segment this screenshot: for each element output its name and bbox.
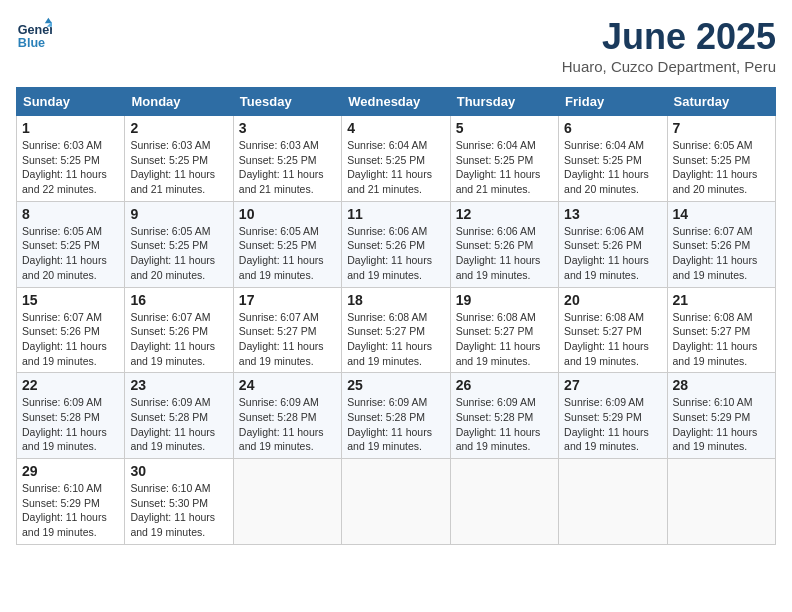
day-number: 24 [239, 377, 336, 393]
day-info: Sunrise: 6:04 AM Sunset: 5:25 PM Dayligh… [347, 138, 444, 197]
daylight-text: Daylight: 11 hours and 19 minutes. [456, 340, 541, 367]
daylight-text: Daylight: 11 hours and 22 minutes. [22, 168, 107, 195]
sunset-text: Sunset: 5:25 PM [564, 154, 642, 166]
header-wednesday: Wednesday [342, 88, 450, 116]
daylight-text: Daylight: 11 hours and 19 minutes. [347, 426, 432, 453]
day-number: 9 [130, 206, 227, 222]
sunset-text: Sunset: 5:27 PM [239, 325, 317, 337]
sunrise-text: Sunrise: 6:09 AM [22, 396, 102, 408]
calendar-cell: 16 Sunrise: 6:07 AM Sunset: 5:26 PM Dayl… [125, 287, 233, 373]
calendar-cell: 26 Sunrise: 6:09 AM Sunset: 5:28 PM Dayl… [450, 373, 558, 459]
calendar-cell: 23 Sunrise: 6:09 AM Sunset: 5:28 PM Dayl… [125, 373, 233, 459]
calendar-cell: 9 Sunrise: 6:05 AM Sunset: 5:25 PM Dayli… [125, 201, 233, 287]
day-number: 15 [22, 292, 119, 308]
day-info: Sunrise: 6:08 AM Sunset: 5:27 PM Dayligh… [564, 310, 661, 369]
weekday-header-row: Sunday Monday Tuesday Wednesday Thursday… [17, 88, 776, 116]
day-number: 1 [22, 120, 119, 136]
day-number: 20 [564, 292, 661, 308]
sunrise-text: Sunrise: 6:08 AM [564, 311, 644, 323]
sunset-text: Sunset: 5:26 PM [22, 325, 100, 337]
day-number: 30 [130, 463, 227, 479]
sunset-text: Sunset: 5:26 PM [564, 239, 642, 251]
day-number: 12 [456, 206, 553, 222]
day-info: Sunrise: 6:07 AM Sunset: 5:27 PM Dayligh… [239, 310, 336, 369]
day-number: 27 [564, 377, 661, 393]
location-subtitle: Huaro, Cuzco Department, Peru [562, 58, 776, 75]
calendar-cell [450, 459, 558, 545]
sunrise-text: Sunrise: 6:09 AM [456, 396, 536, 408]
sunset-text: Sunset: 5:29 PM [673, 411, 751, 423]
calendar-cell: 11 Sunrise: 6:06 AM Sunset: 5:26 PM Dayl… [342, 201, 450, 287]
calendar-cell: 19 Sunrise: 6:08 AM Sunset: 5:27 PM Dayl… [450, 287, 558, 373]
day-number: 3 [239, 120, 336, 136]
calendar-week-2: 8 Sunrise: 6:05 AM Sunset: 5:25 PM Dayli… [17, 201, 776, 287]
calendar-cell [233, 459, 341, 545]
sunset-text: Sunset: 5:27 PM [564, 325, 642, 337]
day-info: Sunrise: 6:03 AM Sunset: 5:25 PM Dayligh… [239, 138, 336, 197]
daylight-text: Daylight: 11 hours and 19 minutes. [564, 426, 649, 453]
day-info: Sunrise: 6:09 AM Sunset: 5:28 PM Dayligh… [456, 395, 553, 454]
day-number: 2 [130, 120, 227, 136]
day-info: Sunrise: 6:04 AM Sunset: 5:25 PM Dayligh… [564, 138, 661, 197]
sunrise-text: Sunrise: 6:09 AM [347, 396, 427, 408]
calendar-cell: 22 Sunrise: 6:09 AM Sunset: 5:28 PM Dayl… [17, 373, 125, 459]
sunrise-text: Sunrise: 6:06 AM [456, 225, 536, 237]
day-info: Sunrise: 6:05 AM Sunset: 5:25 PM Dayligh… [22, 224, 119, 283]
day-number: 4 [347, 120, 444, 136]
day-info: Sunrise: 6:08 AM Sunset: 5:27 PM Dayligh… [347, 310, 444, 369]
daylight-text: Daylight: 11 hours and 19 minutes. [347, 254, 432, 281]
daylight-text: Daylight: 11 hours and 21 minutes. [239, 168, 324, 195]
day-info: Sunrise: 6:03 AM Sunset: 5:25 PM Dayligh… [22, 138, 119, 197]
daylight-text: Daylight: 11 hours and 19 minutes. [130, 340, 215, 367]
day-info: Sunrise: 6:09 AM Sunset: 5:29 PM Dayligh… [564, 395, 661, 454]
day-number: 10 [239, 206, 336, 222]
day-number: 28 [673, 377, 770, 393]
day-info: Sunrise: 6:07 AM Sunset: 5:26 PM Dayligh… [22, 310, 119, 369]
calendar-table: Sunday Monday Tuesday Wednesday Thursday… [16, 87, 776, 545]
sunset-text: Sunset: 5:26 PM [673, 239, 751, 251]
daylight-text: Daylight: 11 hours and 19 minutes. [564, 340, 649, 367]
sunrise-text: Sunrise: 6:07 AM [239, 311, 319, 323]
daylight-text: Daylight: 11 hours and 21 minutes. [130, 168, 215, 195]
calendar-cell [342, 459, 450, 545]
day-number: 25 [347, 377, 444, 393]
day-number: 19 [456, 292, 553, 308]
sunrise-text: Sunrise: 6:05 AM [239, 225, 319, 237]
day-number: 26 [456, 377, 553, 393]
daylight-text: Daylight: 11 hours and 19 minutes. [22, 426, 107, 453]
calendar-cell: 6 Sunrise: 6:04 AM Sunset: 5:25 PM Dayli… [559, 116, 667, 202]
daylight-text: Daylight: 11 hours and 19 minutes. [673, 340, 758, 367]
day-number: 21 [673, 292, 770, 308]
day-info: Sunrise: 6:06 AM Sunset: 5:26 PM Dayligh… [456, 224, 553, 283]
sunrise-text: Sunrise: 6:05 AM [22, 225, 102, 237]
calendar-cell: 4 Sunrise: 6:04 AM Sunset: 5:25 PM Dayli… [342, 116, 450, 202]
logo-icon: General Blue [16, 16, 52, 52]
daylight-text: Daylight: 11 hours and 19 minutes. [239, 254, 324, 281]
sunrise-text: Sunrise: 6:04 AM [347, 139, 427, 151]
sunset-text: Sunset: 5:26 PM [347, 239, 425, 251]
day-info: Sunrise: 6:07 AM Sunset: 5:26 PM Dayligh… [130, 310, 227, 369]
sunset-text: Sunset: 5:25 PM [456, 154, 534, 166]
daylight-text: Daylight: 11 hours and 19 minutes. [564, 254, 649, 281]
day-info: Sunrise: 6:08 AM Sunset: 5:27 PM Dayligh… [673, 310, 770, 369]
day-number: 7 [673, 120, 770, 136]
sunset-text: Sunset: 5:26 PM [456, 239, 534, 251]
day-info: Sunrise: 6:06 AM Sunset: 5:26 PM Dayligh… [564, 224, 661, 283]
calendar-cell: 18 Sunrise: 6:08 AM Sunset: 5:27 PM Dayl… [342, 287, 450, 373]
sunset-text: Sunset: 5:25 PM [130, 154, 208, 166]
sunset-text: Sunset: 5:28 PM [22, 411, 100, 423]
daylight-text: Daylight: 11 hours and 19 minutes. [130, 511, 215, 538]
day-number: 8 [22, 206, 119, 222]
sunrise-text: Sunrise: 6:03 AM [239, 139, 319, 151]
sunset-text: Sunset: 5:25 PM [239, 154, 317, 166]
daylight-text: Daylight: 11 hours and 19 minutes. [130, 426, 215, 453]
daylight-text: Daylight: 11 hours and 20 minutes. [130, 254, 215, 281]
sunrise-text: Sunrise: 6:09 AM [239, 396, 319, 408]
day-number: 6 [564, 120, 661, 136]
sunrise-text: Sunrise: 6:05 AM [673, 139, 753, 151]
day-info: Sunrise: 6:05 AM Sunset: 5:25 PM Dayligh… [673, 138, 770, 197]
day-info: Sunrise: 6:06 AM Sunset: 5:26 PM Dayligh… [347, 224, 444, 283]
calendar-cell: 7 Sunrise: 6:05 AM Sunset: 5:25 PM Dayli… [667, 116, 775, 202]
daylight-text: Daylight: 11 hours and 19 minutes. [456, 254, 541, 281]
calendar-cell: 15 Sunrise: 6:07 AM Sunset: 5:26 PM Dayl… [17, 287, 125, 373]
